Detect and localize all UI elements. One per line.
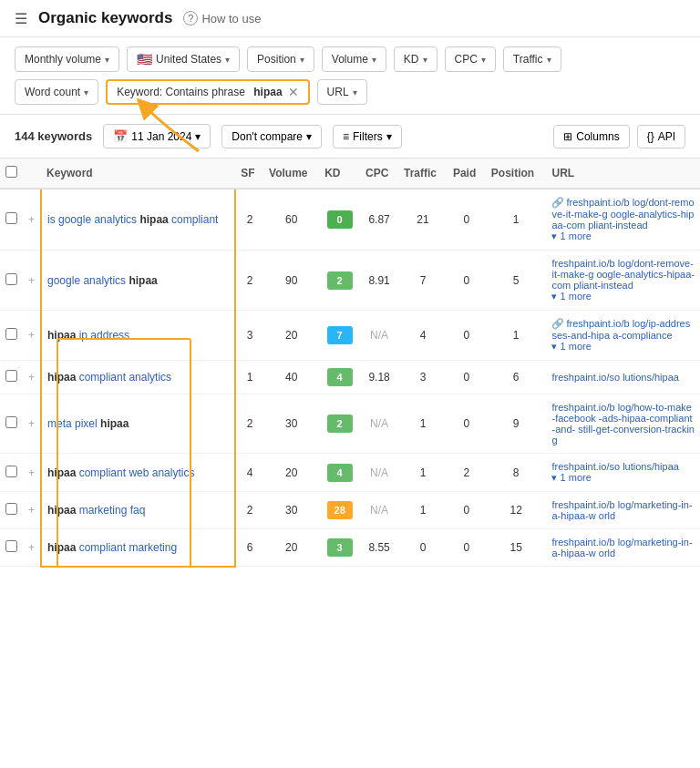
keyword-cell[interactable]: is google analytics hipaa compliant [41,189,235,251]
keyword-cell[interactable]: hipaa ip address [41,311,235,361]
url-text[interactable]: freshpaint.io/so lutions/hipaa [551,372,678,383]
url-cell[interactable]: freshpaint.io/b log/dont-remove-it-make-… [546,251,700,311]
position-cell: 9 [486,394,547,454]
add-row-button[interactable]: + [23,529,41,567]
cpc-cell: 8.55 [360,529,398,567]
kd-cell: 2 [319,251,360,311]
cpc-filter[interactable]: CPC ▾ [445,46,496,72]
chevron-down-icon: ▾ [386,130,392,143]
monthly-volume-filter[interactable]: Monthly volume ▾ [15,46,119,72]
keyword-cell[interactable]: hipaa marketing faq [41,492,235,529]
paid-cell: 0 [448,529,486,567]
help-label: How to use [201,12,261,26]
add-row-button[interactable]: + [23,189,41,251]
url-text[interactable]: freshpaint.io/b log/marketing-in-a-hipaa… [551,499,692,521]
row-checkbox[interactable] [5,503,17,515]
url-text[interactable]: freshpaint.io/b log/ip-addresses-and-hip… [551,318,690,341]
page-title: Organic keywords [38,9,172,27]
row-checkbox[interactable] [5,273,17,285]
url-text[interactable]: freshpaint.io/b log/how-to-make-facebook… [551,402,695,445]
table-row: +hipaa compliant analytics14049.18306fre… [0,361,700,394]
checkbox-input[interactable] [5,166,17,178]
keyword-cell[interactable]: hipaa compliant marketing [41,529,235,567]
sf-cell: 2 [235,251,263,311]
sf-cell: 6 [235,529,263,567]
api-button[interactable]: {} API [637,125,685,148]
columns-button[interactable]: ⊞ Columns [553,125,629,148]
keywords-table: Keyword SF Volume KD CPC Traffic Paid Po… [0,159,700,568]
url-text[interactable]: freshpaint.io/so lutions/hipaa [551,461,678,472]
url-text[interactable]: freshpaint.io/b log/marketing-in-a-hipaa… [551,537,692,558]
select-all-checkbox[interactable] [0,159,23,189]
filters-button[interactable]: ≡ Filters ▾ [333,125,402,148]
url-col-header[interactable]: URL [546,159,700,189]
sf-col-header[interactable]: SF [235,159,263,189]
paid-cell: 0 [448,251,486,311]
menu-icon[interactable]: ☰ [15,10,27,27]
keyword-col-header[interactable]: Keyword [41,159,235,189]
url-filter[interactable]: URL ▾ [317,79,367,105]
url-cell[interactable]: freshpaint.io/b log/how-to-make-facebook… [546,394,700,454]
url-text[interactable]: freshpaint.io/b log/dont-remove-it-make-… [551,258,695,291]
table-header: Keyword SF Volume KD CPC Traffic Paid Po… [0,159,700,189]
url-cell[interactable]: freshpaint.io/so lutions/hipaa▾ 1 more [546,454,700,492]
url-cell[interactable]: 🔗freshpaint.io/b log/dont-remove-it-make… [546,189,700,251]
row-checkbox[interactable] [5,212,17,224]
row-checkbox[interactable] [5,466,17,477]
row-checkbox-cell [0,251,23,311]
keyword-cell[interactable]: hipaa compliant analytics [41,361,235,394]
traffic-col-header[interactable]: Traffic [398,159,448,189]
url-cell[interactable]: freshpaint.io/b log/marketing-in-a-hipaa… [546,492,700,529]
table-row: +hipaa ip address3207N/A401🔗freshpaint.i… [0,311,700,361]
row-checkbox[interactable] [5,416,17,428]
paid-col-header[interactable]: Paid [448,159,486,189]
position-col-header[interactable]: Position [486,159,547,189]
url-text[interactable]: freshpaint.io/b log/dont-remove-it-make-… [551,197,694,230]
url-more-link[interactable]: ▾ 1 more [551,472,695,484]
keyword-filter-chip[interactable]: Keyword: Contains phrase hipaa ✕ [106,79,309,105]
kd-cell: 3 [319,529,360,567]
volume-col-header[interactable]: Volume [263,159,319,189]
keyword-cell[interactable]: hipaa compliant web analytics [41,454,235,492]
traffic-cell: 1 [398,394,448,454]
kd-col-header[interactable]: KD [319,159,360,189]
add-row-button[interactable]: + [23,311,41,361]
url-more-link[interactable]: ▾ 1 more [551,341,695,353]
row-checkbox-cell [0,361,23,394]
keyword-cell[interactable]: meta pixel hipaa [41,394,235,454]
traffic-cell: 21 [398,189,448,251]
cpc-col-header[interactable]: CPC [360,159,398,189]
cpc-cell: N/A [360,492,398,529]
chip-close-icon[interactable]: ✕ [288,85,299,99]
add-row-button[interactable]: + [23,251,41,311]
url-more-link[interactable]: ▾ 1 more [551,291,695,302]
url-cell[interactable]: freshpaint.io/so lutions/hipaa [546,361,700,394]
url-cell[interactable]: freshpaint.io/b log/marketing-in-a-hipaa… [546,529,700,567]
row-checkbox-cell [0,311,23,361]
country-filter[interactable]: 🇺🇸 United States ▾ [127,46,240,72]
row-checkbox[interactable] [5,370,17,382]
help-link[interactable]: ? How to use [183,11,261,26]
compare-button[interactable]: Don't compare ▾ [221,125,322,148]
word-count-label: Word count [25,86,80,98]
url-cell[interactable]: 🔗freshpaint.io/b log/ip-addresses-and-hi… [546,311,700,361]
traffic-cell: 4 [398,311,448,361]
traffic-filter[interactable]: Traffic ▾ [503,46,561,72]
add-row-button[interactable]: + [23,394,41,454]
row-checkbox-cell [0,189,23,251]
chevron-down-icon: ▾ [195,130,201,143]
row-checkbox[interactable] [5,328,17,340]
volume-filter[interactable]: Volume ▾ [322,46,386,72]
filter-bar: Monthly volume ▾ 🇺🇸 United States ▾ Posi… [0,37,700,115]
add-row-button[interactable]: + [23,454,41,492]
word-count-filter[interactable]: Word count ▾ [15,79,98,105]
keyword-cell[interactable]: google analytics hipaa [41,251,235,311]
position-filter[interactable]: Position ▾ [247,46,314,72]
traffic-cell: 0 [398,529,448,567]
row-checkbox[interactable] [5,540,17,552]
kd-filter[interactable]: KD ▾ [394,46,438,72]
url-more-link[interactable]: ▾ 1 more [551,230,695,242]
add-row-button[interactable]: + [23,361,41,394]
date-picker[interactable]: 📅 11 Jan 2024 ▾ [103,124,211,148]
add-row-button[interactable]: + [23,492,41,529]
